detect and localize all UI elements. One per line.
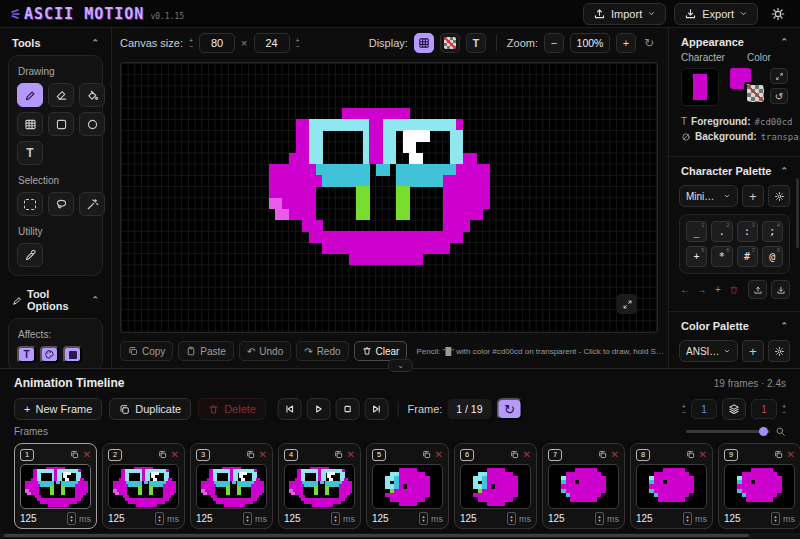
frame-thumbnail[interactable] xyxy=(724,464,795,509)
loop-button[interactable]: ↻ xyxy=(496,398,522,420)
canvas-resize-handle[interactable] xyxy=(617,294,637,314)
frames-scrollbar[interactable] xyxy=(0,533,800,538)
frame-thumbnail[interactable] xyxy=(460,464,531,509)
frame-card[interactable]: 3 ✕ 125 ▲▼ ms xyxy=(190,443,273,529)
import-button[interactable]: Import xyxy=(583,3,666,25)
export-button[interactable]: Export xyxy=(674,3,758,25)
frame-duration-value[interactable]: 125 xyxy=(196,513,240,524)
delete-frame-icon[interactable]: ✕ xyxy=(171,450,179,460)
eraser-tool-button[interactable] xyxy=(48,83,74,107)
color-palette-header[interactable]: Color Palette ⌃ xyxy=(669,312,800,336)
zoom-out-button[interactable]: − xyxy=(544,33,564,53)
onion-next-stepper[interactable]: +− xyxy=(782,404,786,415)
table-tool-button[interactable] xyxy=(17,112,43,136)
magic-wand-tool-button[interactable] xyxy=(79,192,105,216)
character-settings-button[interactable] xyxy=(768,185,790,207)
affects-color-toggle[interactable] xyxy=(40,346,59,363)
duplicate-frame-icon[interactable] xyxy=(686,450,695,459)
color-swatches[interactable]: T xyxy=(730,68,766,104)
color-settings-button[interactable] xyxy=(768,340,790,362)
duration-stepper[interactable]: ▲▼ xyxy=(331,512,340,525)
zoom-in-button[interactable]: + xyxy=(616,33,636,53)
frame-duration-value[interactable]: 125 xyxy=(372,513,416,524)
frame-thumbnail[interactable] xyxy=(372,464,443,509)
duration-stepper[interactable]: ▲▼ xyxy=(67,512,76,525)
delete-frame-icon[interactable]: ✕ xyxy=(259,450,267,460)
character-key[interactable]: @8 xyxy=(762,246,783,267)
frame-card[interactable]: 6 ✕ 125 ▲▼ ms xyxy=(454,443,537,529)
character-key[interactable]: _1 xyxy=(686,221,707,242)
text-overlay-toggle-button[interactable]: T xyxy=(466,33,486,53)
current-character-swatch[interactable] xyxy=(681,68,719,106)
color-preset-dropdown[interactable]: ANSI 16-Col xyxy=(679,340,738,362)
frame-thumbnail[interactable] xyxy=(196,464,267,509)
duplicate-frame-icon[interactable] xyxy=(246,450,255,459)
paste-button[interactable]: Paste xyxy=(178,341,234,361)
duplicate-frame-icon[interactable] xyxy=(70,450,79,459)
frame-duration-value[interactable]: 125 xyxy=(108,513,152,524)
frame-card[interactable]: 4 ✕ 125 ▲▼ ms xyxy=(278,443,361,529)
duration-stepper[interactable]: ▲▼ xyxy=(595,512,604,525)
new-frame-button[interactable]: + New Frame xyxy=(14,398,102,420)
delete-frame-icon[interactable]: ✕ xyxy=(699,450,707,460)
duplicate-frame-icon[interactable] xyxy=(774,450,783,459)
transparency-toggle-button[interactable] xyxy=(440,33,460,53)
affects-bg-toggle[interactable] xyxy=(63,346,82,363)
frame-card[interactable]: 1 ✕ 125 ▲▼ ms xyxy=(14,443,97,529)
tools-section-header[interactable]: Tools ⌃ xyxy=(0,28,111,55)
character-preset-dropdown[interactable]: Minimal ASC xyxy=(679,185,738,207)
timeline-collapse-button[interactable]: ⌄ xyxy=(388,359,413,372)
affects-char-toggle[interactable]: T xyxy=(17,346,36,363)
delete-frame-icon[interactable]: ✕ xyxy=(611,450,619,460)
duration-stepper[interactable]: ▲▼ xyxy=(155,512,164,525)
trash-icon[interactable] xyxy=(728,283,740,297)
canvas-height-input[interactable] xyxy=(254,33,290,53)
sidebar-scrollbar[interactable] xyxy=(796,178,799,248)
copy-button[interactable]: Copy xyxy=(120,341,173,361)
frame-thumbnail[interactable] xyxy=(20,464,91,509)
fill-bucket-tool-button[interactable] xyxy=(79,83,105,107)
canvas-width-input[interactable] xyxy=(199,33,235,53)
frame-duration-value[interactable]: 125 xyxy=(636,513,680,524)
lasso-select-tool-button[interactable] xyxy=(48,192,74,216)
pencil-tool-button[interactable] xyxy=(17,83,43,107)
skip-to-start-button[interactable] xyxy=(278,398,302,420)
marquee-select-tool-button[interactable] xyxy=(17,192,43,216)
duplicate-frame-icon[interactable] xyxy=(598,450,607,459)
character-key[interactable]: #7 xyxy=(737,246,758,267)
character-key[interactable]: ;4 xyxy=(762,221,783,242)
frame-thumbnail[interactable] xyxy=(548,464,619,509)
frame-card[interactable]: 8 ✕ 125 ▲▼ ms xyxy=(630,443,713,529)
height-stepper[interactable]: +− xyxy=(296,38,300,49)
frame-duration-value[interactable]: 125 xyxy=(284,513,328,524)
character-key[interactable]: :3 xyxy=(737,221,758,242)
arrow-left-icon[interactable]: ← xyxy=(679,283,691,297)
character-key[interactable]: +5 xyxy=(686,246,707,267)
ellipse-tool-button[interactable] xyxy=(79,112,105,136)
redo-button[interactable]: ↷ Redo xyxy=(296,341,348,361)
add-icon[interactable]: + xyxy=(712,283,724,297)
onion-prev-stepper[interactable]: +− xyxy=(682,404,686,415)
duplicate-frame-icon[interactable] xyxy=(334,450,343,459)
onion-skin-toggle-button[interactable] xyxy=(722,398,746,420)
duplicate-frame-icon[interactable] xyxy=(158,450,167,459)
appearance-header[interactable]: Appearance ⌃ xyxy=(669,28,800,52)
eyedropper-tool-button[interactable] xyxy=(17,243,43,267)
grid-toggle-button[interactable] xyxy=(414,33,434,53)
frame-thumbnail[interactable] xyxy=(108,464,179,509)
delete-frame-button[interactable]: Delete xyxy=(198,398,266,420)
theme-toggle-button[interactable] xyxy=(766,3,790,25)
import-palette-button[interactable] xyxy=(771,280,790,299)
stop-button[interactable] xyxy=(336,398,360,420)
frame-duration-value[interactable]: 125 xyxy=(548,513,592,524)
export-palette-button[interactable] xyxy=(748,280,767,299)
zoom-reset-icon[interactable]: ↻ xyxy=(642,36,656,50)
delete-frame-icon[interactable]: ✕ xyxy=(787,450,795,460)
frame-card[interactable]: 7 ✕ 125 ▲▼ ms xyxy=(542,443,625,529)
frame-thumbnail[interactable] xyxy=(636,464,707,509)
frame-card[interactable]: 5 ✕ 125 ▲▼ ms xyxy=(366,443,449,529)
duration-stepper[interactable]: ▲▼ xyxy=(243,512,252,525)
tool-options-header[interactable]: Tool Options ⌃ xyxy=(0,276,111,318)
drawing-canvas[interactable] xyxy=(120,62,658,333)
swap-colors-button[interactable] xyxy=(770,68,788,84)
